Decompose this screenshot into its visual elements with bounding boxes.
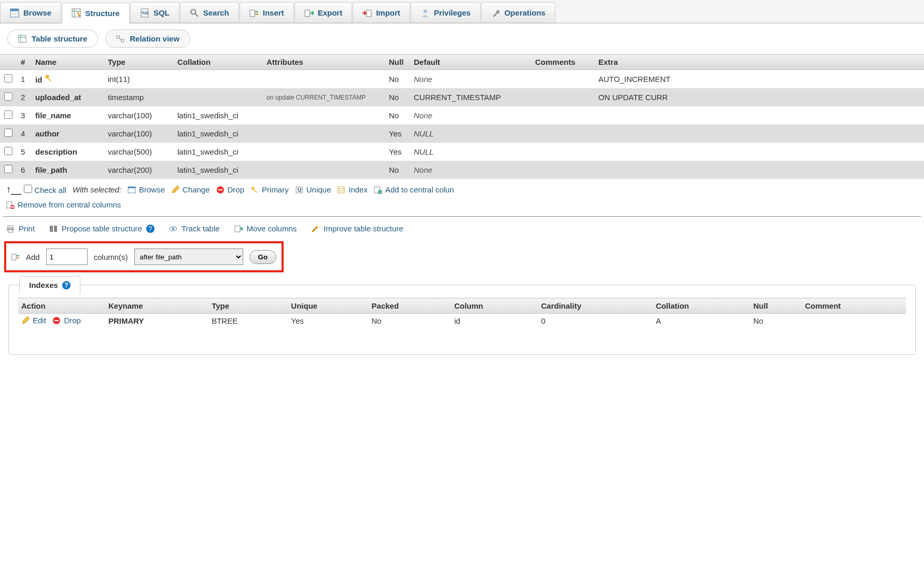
add-label: Add [26,253,40,261]
col-comments [531,125,594,143]
tab-label: Browse [23,8,51,17]
check-all-box[interactable] [24,185,32,193]
indexes-tab[interactable]: Indexes ? [19,276,80,294]
svg-rect-14 [305,10,310,16]
columns-label: column(s) [94,253,128,261]
th-extra[interactable]: Extra [594,54,924,70]
th-collation[interactable]: Collation [173,54,262,70]
subtab-relation-view[interactable]: Relation view [105,30,190,48]
add-count-input[interactable] [46,248,88,265]
tab-privileges[interactable]: Privileges [411,2,481,23]
svg-rect-48 [235,226,240,232]
col-default: NULL [410,125,531,143]
tab-label: Privileges [434,8,471,17]
col-comments [531,88,594,106]
col-extra: ON UPDATE CURR [594,88,924,106]
help-icon[interactable]: ? [146,225,155,233]
printer-icon [6,225,15,233]
col-name[interactable]: author [31,125,104,143]
ws-drop[interactable]: Drop [216,185,245,194]
table-row: 6file_path varchar(200)latin1_swedish_ci… [0,161,924,179]
tab-structure[interactable]: Structure [62,3,130,23]
structure-icon [72,8,81,18]
insert-icon [249,8,259,18]
col-name[interactable]: description [31,143,104,161]
col-name[interactable]: file_name [31,106,104,125]
browse-icon [10,8,19,18]
th-type[interactable]: Type [104,54,173,70]
tab-insert[interactable]: Insert [240,2,294,23]
col-default: None [410,70,531,89]
ws-add-central[interactable]: +Add to central colun [374,185,454,194]
tab-export[interactable]: Export [295,2,353,23]
col-comments [531,106,594,125]
columns-table: # Name Type Collation Attributes Null De… [0,54,924,179]
ws-browse[interactable]: Browse [128,185,165,194]
th-default[interactable]: Default [410,54,531,70]
th-type[interactable]: Type [208,298,288,314]
wand-icon [311,225,319,233]
help-icon[interactable]: ? [62,281,71,289]
th-comments[interactable]: Comments [531,54,594,70]
col-collation [173,88,262,106]
add-position-select[interactable]: after file_path [134,248,243,265]
row-checkbox[interactable] [4,92,12,101]
th-unique[interactable]: Unique [288,298,368,314]
col-default: None [410,161,531,179]
index-cardinality: 0 [538,314,652,328]
index-edit[interactable]: Edit [21,316,46,325]
tab-sql[interactable]: SQL SQL [130,2,179,23]
row-checkbox[interactable] [4,74,12,82]
col-name[interactable]: file_path [31,161,104,179]
row-checkbox[interactable] [4,147,12,155]
privileges-icon [421,8,430,18]
ws-primary[interactable]: Primary [250,185,289,194]
th-cardinality[interactable]: Cardinality [538,298,652,314]
index-drop[interactable]: Drop [52,316,81,325]
th-null[interactable]: Null [385,54,410,70]
th-attributes[interactable]: Attributes [262,54,385,70]
check-all[interactable]: Check all [24,185,66,195]
key-icon [250,186,259,194]
tab-search[interactable]: Search [180,2,239,23]
tab-import[interactable]: Import [353,2,410,23]
row-checkbox[interactable] [4,110,12,119]
th-keyname[interactable]: Keyname [105,298,208,314]
col-type: varchar(100) [104,106,173,125]
ws-index[interactable]: Index [337,185,368,194]
svg-rect-45 [54,226,57,232]
table-row: 2uploaded_at timestampon update CURRENT_… [0,88,924,106]
tool-propose[interactable]: Propose table structure ? [49,224,155,233]
th-collation[interactable]: Collation [653,298,750,314]
tool-print[interactable]: Print [6,224,35,233]
tool-improve[interactable]: Improve table structure [311,224,403,233]
col-extra [594,161,924,179]
tab-operations[interactable]: Operations [481,2,555,23]
move-columns-icon [234,225,243,233]
tool-move-columns[interactable]: Move columns [234,224,297,233]
row-checkbox[interactable] [4,129,12,137]
ws-remove-central[interactable]: Remove from central columns [6,200,121,209]
col-name[interactable]: uploaded_at [31,88,104,106]
th-name[interactable]: Name [31,54,104,70]
col-name[interactable]: id [31,70,104,89]
tab-label: Insert [263,8,284,17]
unique-icon: U [295,186,303,194]
index-comment [802,314,906,328]
tab-browse[interactable]: Browse [0,2,61,23]
col-default: CURRENT_TIMESTAMP [410,88,531,106]
tool-track[interactable]: Track table [169,224,220,233]
go-button[interactable]: Go [249,250,277,264]
svg-rect-41 [8,226,13,228]
th-column[interactable]: Column [451,298,538,314]
th-comment[interactable]: Comment [802,298,906,314]
ws-unique[interactable]: UUnique [295,185,331,194]
row-checkbox[interactable] [4,165,12,173]
th-packed[interactable]: Packed [369,298,451,314]
th-null[interactable]: Null [750,298,802,314]
th-number[interactable]: # [17,54,31,70]
svg-rect-29 [254,189,257,193]
svg-rect-44 [50,226,53,232]
ws-change[interactable]: Change [171,185,210,194]
subtab-table-structure[interactable]: Table structure [7,30,98,48]
